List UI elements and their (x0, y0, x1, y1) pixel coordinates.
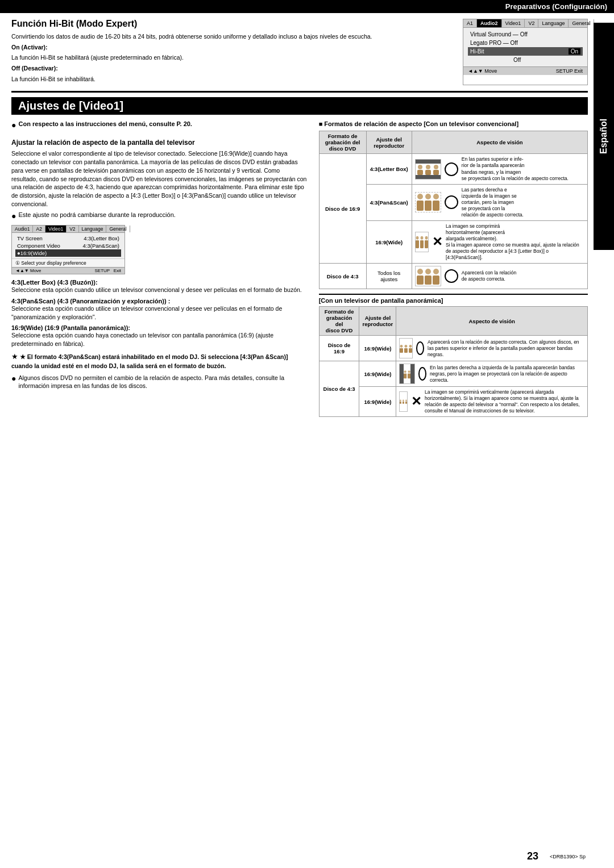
star-text: ★ ★ El formato 4:3(Pan&Scan) estará inha… (11, 352, 308, 370)
col-header-disc: Formato de grabación deldisco DVD (319, 131, 366, 154)
panscan-title: 4:3(Pan&Scan) (4:3 (Panoramización y exp… (11, 298, 170, 304)
pano-disc-43: Disco de 4:3 (319, 361, 359, 417)
col-header-aspect: Aspecto de visión (412, 131, 587, 154)
person-icon (420, 232, 424, 252)
sm-tab-language: Language (79, 226, 107, 232)
person-icon (400, 391, 401, 412)
main-content: Función Hi-Bit (Modo Expert) Convirtiend… (0, 13, 614, 427)
disc-43: Disco de 4:3 (319, 264, 366, 289)
letterbox-text: Seleccione esta opción cuando utilice un… (11, 286, 308, 294)
svg-point-12 (416, 236, 418, 240)
person-icon (408, 366, 410, 382)
sm-exit: SETUP Exit (94, 268, 121, 273)
svg-point-24 (400, 345, 403, 348)
wide-title: 16:9(Wide) (16:9 (Pantalla panorámica)): (11, 324, 130, 331)
result-cross-icon: ✕ (432, 236, 442, 248)
svg-point-14 (420, 236, 423, 240)
result-cross-icon: ✕ (411, 395, 421, 408)
svg-point-28 (409, 345, 412, 348)
svg-rect-13 (416, 240, 419, 248)
conv-section-title: ■ Formatos de relación de aspecto [Con u… (319, 120, 588, 127)
bullet2-text: Este ajuste no podrá cambiarse durante l… (18, 211, 175, 218)
bullet1-text: Con respecto a las instrucciones del men… (18, 120, 192, 127)
svg-point-22 (433, 269, 439, 274)
pano-setting-wide-2: 16:9(Wide) (359, 361, 396, 387)
hibit-off-label: Off (Desactivar): (11, 65, 58, 72)
pano-section-title: [Con un televisor de pantalla panorámica… (319, 294, 588, 304)
ajustes-title: Ajustes de [Video1] (18, 99, 123, 112)
letterbox-desc: En las partes superior e infe-rior de la… (462, 156, 569, 181)
svg-rect-15 (420, 240, 424, 248)
svg-rect-19 (417, 276, 424, 285)
setting-letterbox: 4:3(Letter Box) (366, 154, 412, 184)
letterbox-section: 4:3(Letter Box) (4:3 (Buzón)): Seleccion… (11, 279, 308, 294)
bullet-point-2: ● Este ajuste no podrá cambiarse durante… (11, 211, 308, 220)
video1-menu-small: Audio1 A2 Video1 V2 Language General TV … (11, 225, 125, 274)
hibit-menu: A1 Audio2 Video1 V2 Language General Vir… (463, 19, 588, 85)
star-text-content: ★ El formato 4:3(Pan&Scan) estará inhabi… (11, 353, 288, 369)
bullet-point-3: ● Algunos discos DVD no permiten el camb… (11, 374, 308, 394)
person-icon (433, 269, 439, 285)
disc-169: Disco de 16:9 (319, 154, 366, 264)
letterbox-title: 4:3(Letter Box) (4:3 (Buzón)): (11, 279, 98, 286)
svg-point-18 (417, 269, 423, 274)
wide-desc: La imagen se comprimiráhorizontalmente (… (446, 223, 584, 261)
svg-rect-11 (433, 201, 439, 211)
person-icon (417, 165, 424, 175)
table-row: Disco de 16:9 16:9(Wide) Aparecerá c (319, 336, 587, 361)
svg-rect-27 (404, 348, 408, 353)
panscan-text: Seleccione esta opción cuando utilice un… (11, 304, 308, 321)
svg-point-0 (418, 165, 422, 169)
svg-rect-21 (425, 276, 432, 285)
pano-aspect-2: En las partes derecha a izquierda de la … (396, 361, 588, 387)
sm-footer: ◄▲▼ Move SETUP Exit (12, 267, 125, 274)
pano-aspect-3: ✕ La imagen se comprimirá verticalmente … (396, 387, 588, 417)
svg-point-6 (417, 194, 423, 199)
tab-audio2: Audio2 (477, 19, 502, 27)
svg-point-30 (404, 370, 406, 373)
hibit-on-label: On (Activar): (11, 44, 48, 51)
bullet3-text: Algunos discos DVD no permiten el cambio… (18, 374, 307, 390)
wide-text: Seleccione esta opción cuando haya conec… (11, 331, 308, 348)
bullet-point-1: ● Con respecto a las instrucciones del m… (11, 120, 308, 130)
person-icon (433, 165, 439, 175)
hibit-menu-footer: ◄▲▼ Move SETUP Exit (463, 66, 587, 75)
tab-v2: V2 (525, 19, 538, 27)
aspect-todos: Aparecerá con la relaciónde aspecto corr… (412, 264, 587, 289)
svg-rect-7 (417, 201, 424, 211)
result-circle-icon (416, 341, 424, 355)
svg-rect-3 (425, 170, 431, 175)
sm-item-component: Component Video 4:3(Pan&Scan) (15, 242, 121, 249)
svg-point-16 (425, 236, 428, 240)
star-section: ★ ★ El formato 4:3(Pan&Scan) estará inha… (11, 352, 308, 370)
svg-point-34 (400, 400, 401, 402)
panscan-desc: Las partes derecha eizquierda de la imag… (462, 187, 524, 218)
svg-rect-37 (403, 402, 404, 404)
ajustes-title-bar: Ajustes de [Video1] (11, 97, 588, 115)
hibit-text: Función Hi-Bit (Modo Expert) Convirtiend… (11, 19, 451, 85)
svg-point-32 (408, 370, 410, 373)
svg-rect-5 (433, 170, 439, 175)
hibit-off-text: La función Hi-Bit se inhabilitará. (11, 75, 451, 84)
pano-desc-1: Aparecerá con la relación de aspecto cor… (428, 339, 584, 358)
pano-aspect-1: Aparecerá con la relación de aspecto cor… (396, 336, 588, 361)
svg-rect-9 (425, 201, 432, 211)
person-icon (404, 341, 408, 357)
pano-desc-3: La imagen se comprimirá verticalmente (a… (425, 389, 584, 414)
section-divider (11, 91, 588, 93)
hibit-description: Convirtiendo los datos de audio de 16-20… (11, 32, 451, 41)
table-row: Disco de 4:3 Todos los ajustes Apare (319, 264, 587, 289)
svg-rect-39 (405, 402, 407, 404)
svg-point-4 (434, 165, 438, 169)
hibit-menu-tabs: A1 Audio2 Video1 V2 Language General (463, 19, 587, 28)
menu-item-off: Off (468, 56, 583, 64)
svg-rect-33 (408, 374, 410, 379)
svg-point-8 (425, 194, 431, 199)
menu-item-virtual: Virtual Surround — Off (468, 30, 583, 39)
person-icon (425, 269, 432, 285)
person-icon (417, 193, 424, 211)
person-icon (400, 341, 403, 357)
result-circle-icon (445, 162, 458, 176)
svg-rect-31 (404, 374, 406, 379)
menu-item-legato: Legato PRO — Off (468, 39, 583, 47)
